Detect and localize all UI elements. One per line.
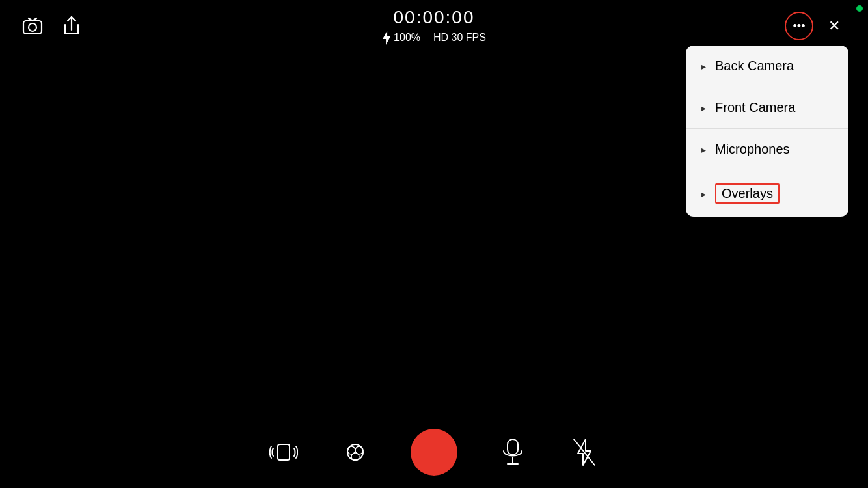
timer-display: 00:00:00 <box>382 7 486 28</box>
green-dot-indicator <box>856 5 863 12</box>
overlays-box: Overlays <box>715 183 780 204</box>
top-left-controls <box>20 13 85 39</box>
more-options-button[interactable]: ••• <box>785 12 813 40</box>
chevron-icon: ▸ <box>701 61 706 72</box>
fps-display: HD 30 FPS <box>433 32 486 44</box>
svg-line-10 <box>574 439 595 465</box>
record-button[interactable] <box>411 429 457 476</box>
menu-item-microphones[interactable]: ▸ Microphones <box>686 129 848 170</box>
chevron-icon: ▸ <box>701 144 706 155</box>
vibrate-button[interactable] <box>267 436 300 468</box>
microphone-button[interactable] <box>496 436 529 468</box>
timer-section: 00:00:00 100% HD 30 FPS <box>382 7 486 45</box>
svg-rect-7 <box>508 439 518 455</box>
menu-item-front-camera[interactable]: ▸ Front Camera <box>686 87 848 129</box>
svg-rect-2 <box>278 444 290 460</box>
top-right-controls: ••• ✕ <box>785 12 848 40</box>
bottom-bar <box>0 423 868 488</box>
battery-info: 100% <box>382 31 420 45</box>
front-camera-label: Front Camera <box>715 100 795 115</box>
more-dots-icon: ••• <box>793 20 806 33</box>
svg-point-1 <box>29 23 36 31</box>
dropdown-menu: ▸ Back Camera ▸ Front Camera ▸ Microphon… <box>686 46 848 217</box>
chevron-icon: ▸ <box>701 189 706 199</box>
battery-fps-row: 100% HD 30 FPS <box>382 31 486 45</box>
close-button[interactable]: ✕ <box>820 12 848 40</box>
color-wheel-button[interactable] <box>339 436 372 468</box>
close-icon: ✕ <box>828 18 840 34</box>
microphones-label: Microphones <box>715 142 790 157</box>
share-button[interactable] <box>59 13 85 39</box>
battery-percent: 100% <box>394 32 420 44</box>
menu-item-back-camera[interactable]: ▸ Back Camera <box>686 46 848 87</box>
top-bar: 00:00:00 100% HD 30 FPS ••• ✕ <box>0 0 868 52</box>
flash-off-button[interactable] <box>568 436 601 468</box>
back-camera-label: Back Camera <box>715 59 794 74</box>
menu-item-overlays[interactable]: ▸ Overlays <box>686 170 848 217</box>
overlays-label: Overlays <box>722 186 773 200</box>
chevron-icon: ▸ <box>701 103 706 113</box>
camera-flip-button[interactable] <box>20 13 46 39</box>
